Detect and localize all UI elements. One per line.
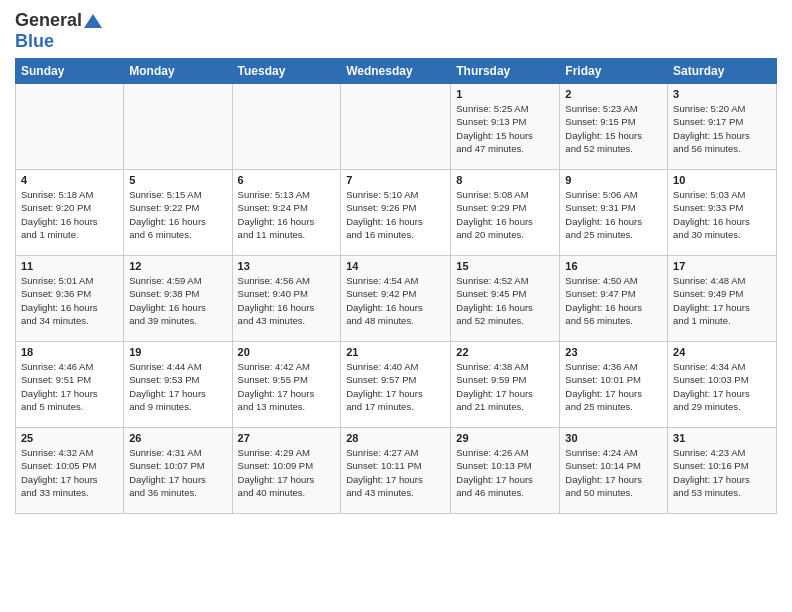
calendar-cell: 17Sunrise: 4:48 AM Sunset: 9:49 PM Dayli… [668,256,777,342]
calendar-cell: 3Sunrise: 5:20 AM Sunset: 9:17 PM Daylig… [668,84,777,170]
day-number: 22 [456,346,554,358]
svg-marker-0 [84,14,102,28]
day-number: 19 [129,346,226,358]
calendar-cell: 24Sunrise: 4:34 AM Sunset: 10:03 PM Dayl… [668,342,777,428]
day-number: 18 [21,346,118,358]
day-number: 25 [21,432,118,444]
calendar-cell: 23Sunrise: 4:36 AM Sunset: 10:01 PM Dayl… [560,342,668,428]
day-info: Sunrise: 5:10 AM Sunset: 9:26 PM Dayligh… [346,188,445,241]
calendar-cell: 1Sunrise: 5:25 AM Sunset: 9:13 PM Daylig… [451,84,560,170]
day-info: Sunrise: 4:48 AM Sunset: 9:49 PM Dayligh… [673,274,771,327]
day-number: 26 [129,432,226,444]
calendar-cell [16,84,124,170]
day-number: 13 [238,260,336,272]
day-number: 1 [456,88,554,100]
day-number: 8 [456,174,554,186]
day-info: Sunrise: 4:32 AM Sunset: 10:05 PM Daylig… [21,446,118,499]
day-number: 10 [673,174,771,186]
day-number: 5 [129,174,226,186]
calendar-cell: 27Sunrise: 4:29 AM Sunset: 10:09 PM Dayl… [232,428,341,514]
day-number: 11 [21,260,118,272]
day-info: Sunrise: 4:44 AM Sunset: 9:53 PM Dayligh… [129,360,226,413]
day-info: Sunrise: 5:08 AM Sunset: 9:29 PM Dayligh… [456,188,554,241]
day-info: Sunrise: 4:29 AM Sunset: 10:09 PM Daylig… [238,446,336,499]
day-info: Sunrise: 5:18 AM Sunset: 9:20 PM Dayligh… [21,188,118,241]
calendar-cell: 15Sunrise: 4:52 AM Sunset: 9:45 PM Dayli… [451,256,560,342]
calendar-cell: 8Sunrise: 5:08 AM Sunset: 9:29 PM Daylig… [451,170,560,256]
calendar-cell [232,84,341,170]
day-number: 12 [129,260,226,272]
calendar-cell: 16Sunrise: 4:50 AM Sunset: 9:47 PM Dayli… [560,256,668,342]
day-info: Sunrise: 5:13 AM Sunset: 9:24 PM Dayligh… [238,188,336,241]
calendar-cell: 31Sunrise: 4:23 AM Sunset: 10:16 PM Dayl… [668,428,777,514]
calendar-cell: 25Sunrise: 4:32 AM Sunset: 10:05 PM Dayl… [16,428,124,514]
column-header-wednesday: Wednesday [341,59,451,84]
calendar-cell: 10Sunrise: 5:03 AM Sunset: 9:33 PM Dayli… [668,170,777,256]
day-info: Sunrise: 4:24 AM Sunset: 10:14 PM Daylig… [565,446,662,499]
day-info: Sunrise: 4:38 AM Sunset: 9:59 PM Dayligh… [456,360,554,413]
day-number: 24 [673,346,771,358]
day-number: 9 [565,174,662,186]
calendar-cell: 2Sunrise: 5:23 AM Sunset: 9:15 PM Daylig… [560,84,668,170]
calendar-header-row: SundayMondayTuesdayWednesdayThursdayFrid… [16,59,777,84]
day-info: Sunrise: 4:42 AM Sunset: 9:55 PM Dayligh… [238,360,336,413]
calendar-week-row: 18Sunrise: 4:46 AM Sunset: 9:51 PM Dayli… [16,342,777,428]
day-number: 30 [565,432,662,444]
calendar-cell: 20Sunrise: 4:42 AM Sunset: 9:55 PM Dayli… [232,342,341,428]
day-number: 29 [456,432,554,444]
day-info: Sunrise: 4:26 AM Sunset: 10:13 PM Daylig… [456,446,554,499]
day-number: 28 [346,432,445,444]
day-info: Sunrise: 5:20 AM Sunset: 9:17 PM Dayligh… [673,102,771,155]
day-info: Sunrise: 4:34 AM Sunset: 10:03 PM Daylig… [673,360,771,413]
calendar-cell: 6Sunrise: 5:13 AM Sunset: 9:24 PM Daylig… [232,170,341,256]
day-number: 14 [346,260,445,272]
column-header-tuesday: Tuesday [232,59,341,84]
calendar-week-row: 25Sunrise: 4:32 AM Sunset: 10:05 PM Dayl… [16,428,777,514]
calendar-cell: 22Sunrise: 4:38 AM Sunset: 9:59 PM Dayli… [451,342,560,428]
calendar-table: SundayMondayTuesdayWednesdayThursdayFrid… [15,58,777,514]
calendar-week-row: 1Sunrise: 5:25 AM Sunset: 9:13 PM Daylig… [16,84,777,170]
day-number: 27 [238,432,336,444]
calendar-cell: 13Sunrise: 4:56 AM Sunset: 9:40 PM Dayli… [232,256,341,342]
day-number: 16 [565,260,662,272]
logo-general-text: General [15,10,82,31]
day-number: 6 [238,174,336,186]
day-info: Sunrise: 5:03 AM Sunset: 9:33 PM Dayligh… [673,188,771,241]
day-info: Sunrise: 5:23 AM Sunset: 9:15 PM Dayligh… [565,102,662,155]
day-info: Sunrise: 4:59 AM Sunset: 9:38 PM Dayligh… [129,274,226,327]
column-header-sunday: Sunday [16,59,124,84]
calendar-cell: 19Sunrise: 4:44 AM Sunset: 9:53 PM Dayli… [124,342,232,428]
calendar-week-row: 11Sunrise: 5:01 AM Sunset: 9:36 PM Dayli… [16,256,777,342]
page-header: General Blue [15,10,777,52]
calendar-cell: 9Sunrise: 5:06 AM Sunset: 9:31 PM Daylig… [560,170,668,256]
column-header-thursday: Thursday [451,59,560,84]
calendar-week-row: 4Sunrise: 5:18 AM Sunset: 9:20 PM Daylig… [16,170,777,256]
column-header-saturday: Saturday [668,59,777,84]
day-number: 4 [21,174,118,186]
logo-blue-text: Blue [15,31,54,51]
calendar-cell: 12Sunrise: 4:59 AM Sunset: 9:38 PM Dayli… [124,256,232,342]
calendar-cell: 5Sunrise: 5:15 AM Sunset: 9:22 PM Daylig… [124,170,232,256]
calendar-cell: 14Sunrise: 4:54 AM Sunset: 9:42 PM Dayli… [341,256,451,342]
day-info: Sunrise: 4:56 AM Sunset: 9:40 PM Dayligh… [238,274,336,327]
calendar-cell: 7Sunrise: 5:10 AM Sunset: 9:26 PM Daylig… [341,170,451,256]
day-info: Sunrise: 4:40 AM Sunset: 9:57 PM Dayligh… [346,360,445,413]
day-info: Sunrise: 4:36 AM Sunset: 10:01 PM Daylig… [565,360,662,413]
day-info: Sunrise: 4:52 AM Sunset: 9:45 PM Dayligh… [456,274,554,327]
day-info: Sunrise: 5:25 AM Sunset: 9:13 PM Dayligh… [456,102,554,155]
day-number: 2 [565,88,662,100]
day-info: Sunrise: 5:06 AM Sunset: 9:31 PM Dayligh… [565,188,662,241]
calendar-cell: 26Sunrise: 4:31 AM Sunset: 10:07 PM Dayl… [124,428,232,514]
calendar-cell: 11Sunrise: 5:01 AM Sunset: 9:36 PM Dayli… [16,256,124,342]
day-number: 23 [565,346,662,358]
logo-arrow-icon [84,10,102,28]
day-number: 15 [456,260,554,272]
calendar-cell [124,84,232,170]
logo: General Blue [15,10,102,52]
day-number: 3 [673,88,771,100]
day-number: 31 [673,432,771,444]
calendar-cell: 28Sunrise: 4:27 AM Sunset: 10:11 PM Dayl… [341,428,451,514]
day-number: 21 [346,346,445,358]
day-number: 17 [673,260,771,272]
calendar-cell: 30Sunrise: 4:24 AM Sunset: 10:14 PM Dayl… [560,428,668,514]
